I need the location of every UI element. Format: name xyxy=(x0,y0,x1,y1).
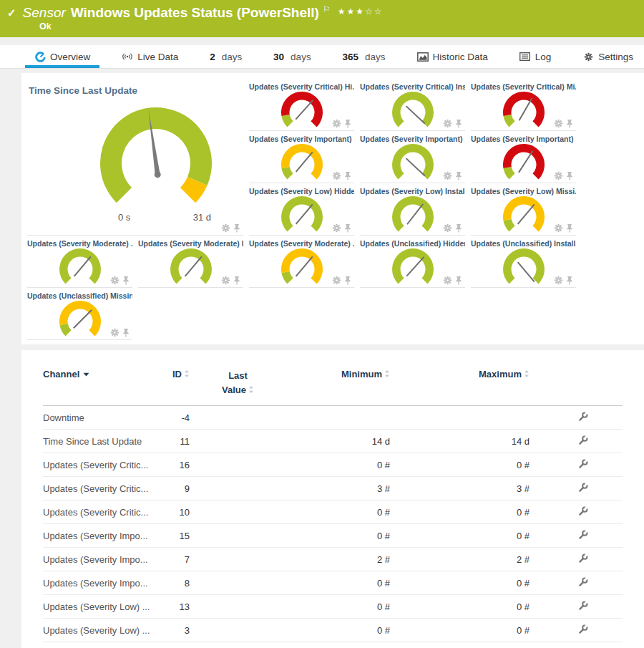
page-title: Windows Updates Status (PowerShell) xyxy=(71,5,319,21)
tab-2-days[interactable]: 2 days xyxy=(208,45,244,68)
channel-name[interactable]: Updates (Severity Impo... xyxy=(43,548,165,571)
column-header-channel[interactable]: Channel xyxy=(43,369,165,406)
gear-icon[interactable] xyxy=(443,223,452,233)
channel-id: 10 xyxy=(165,500,204,524)
channel-settings-wrench-icon[interactable] xyxy=(577,624,589,635)
gear-icon[interactable] xyxy=(332,171,341,180)
channel-id: 11 xyxy=(165,430,204,453)
pin-icon[interactable] xyxy=(344,171,351,180)
pin-icon[interactable] xyxy=(122,328,130,337)
gear-icon[interactable] xyxy=(554,223,563,233)
gauge-title: Updates (Unclassified) Hidden xyxy=(360,239,465,248)
gauge-title: Updates (Severity Critical) Ins... xyxy=(360,82,465,91)
channel-name[interactable]: Updates (Severity Low) ... xyxy=(43,595,165,619)
pin-icon[interactable] xyxy=(566,276,573,285)
channel-maximum: 14 d xyxy=(404,430,544,453)
channel-name[interactable]: Updates (Severity Low) ... xyxy=(43,619,165,642)
pin-icon[interactable] xyxy=(344,276,351,285)
gear-icon[interactable] xyxy=(443,171,452,180)
channel-settings-wrench-icon[interactable] xyxy=(577,506,589,517)
column-header-last-value[interactable]: Last Value xyxy=(204,369,272,406)
column-label: ID xyxy=(172,369,182,379)
tab-log[interactable]: Log xyxy=(517,45,554,68)
pin-icon[interactable] xyxy=(455,171,462,180)
tab-30-days[interactable]: 30 days xyxy=(271,45,313,68)
column-label: Last Value xyxy=(222,370,248,395)
channel-settings-wrench-icon[interactable] xyxy=(577,482,589,493)
pin-icon[interactable] xyxy=(566,223,573,233)
gear-icon[interactable] xyxy=(443,119,452,128)
time-since-last-update-gauge[interactable] xyxy=(95,105,217,209)
pin-icon[interactable] xyxy=(455,276,462,285)
pin-icon[interactable] xyxy=(566,119,573,128)
column-header-id[interactable]: ID xyxy=(165,369,204,406)
gear-icon[interactable] xyxy=(110,328,119,337)
gauge-title: Updates (Severity Low) Missi... xyxy=(471,187,576,195)
tab-label: days xyxy=(365,52,386,62)
pin-icon[interactable] xyxy=(122,276,130,285)
pin-icon[interactable] xyxy=(566,171,573,180)
channel-settings-wrench-icon[interactable] xyxy=(577,435,589,446)
priority-stars[interactable]: ★★★☆☆ xyxy=(338,6,384,16)
pin-icon[interactable] xyxy=(455,119,462,128)
channel-id: 7 xyxy=(165,548,204,571)
tab-number: 365 xyxy=(343,52,359,62)
gear-icon[interactable] xyxy=(221,223,230,233)
channel-settings-wrench-icon[interactable] xyxy=(577,458,589,470)
gear-icon[interactable] xyxy=(554,171,563,180)
channel-name[interactable]: Updates (Severity Impo... xyxy=(43,524,165,548)
channel-settings-wrench-icon[interactable] xyxy=(577,529,589,541)
pin-icon[interactable] xyxy=(344,223,351,233)
channel-name[interactable]: Updates (Severity Critic... xyxy=(43,453,165,477)
channel-name[interactable]: Downtime xyxy=(43,406,165,430)
gear-icon[interactable] xyxy=(554,276,563,285)
gear-icon[interactable] xyxy=(110,276,119,285)
channel-settings-wrench-icon[interactable] xyxy=(577,411,589,422)
tab-number: 2 xyxy=(210,52,215,62)
channel-table-panel: Channel ID Last Value Minimum Maximum xyxy=(21,350,644,648)
gauge-title: Updates (Severity Moderate) ... xyxy=(27,239,132,248)
channel-settings-wrench-icon[interactable] xyxy=(577,600,589,611)
channel-last-value xyxy=(204,548,272,571)
channel-last-value xyxy=(204,619,272,642)
gauge-card: Updates (Unclassified) Hidden xyxy=(360,236,465,288)
gear-icon[interactable] xyxy=(332,223,341,233)
column-header-minimum[interactable]: Minimum xyxy=(272,369,404,406)
sort-icon xyxy=(524,369,530,380)
gear-icon[interactable] xyxy=(443,276,452,285)
channel-last-value xyxy=(204,500,272,524)
sort-icon xyxy=(184,369,190,380)
historic-chart-icon xyxy=(417,52,429,62)
channel-minimum: 0 # xyxy=(272,571,404,595)
channel-minimum: 0 # xyxy=(272,500,404,524)
gear-icon[interactable] xyxy=(554,119,563,128)
tab-historic-data[interactable]: Historic Data xyxy=(415,45,490,68)
gear-icon[interactable] xyxy=(332,276,341,285)
channel-settings-wrench-icon[interactable] xyxy=(577,576,589,588)
pin-icon[interactable] xyxy=(455,223,462,233)
gear-icon[interactable] xyxy=(221,276,230,285)
tab-overview[interactable]: Overview xyxy=(32,45,92,68)
tab-live-data[interactable]: Live Data xyxy=(119,45,180,68)
column-header-maximum[interactable]: Maximum xyxy=(404,369,544,406)
pin-icon[interactable] xyxy=(233,223,240,233)
gauge-card: Updates (Severity Critical) Ins... xyxy=(360,79,465,131)
pin-icon[interactable] xyxy=(233,276,240,285)
channel-maximum: 0 # xyxy=(404,619,544,642)
column-label: Channel xyxy=(43,369,79,379)
channel-name[interactable]: Updates (Severity Impo... xyxy=(43,571,165,595)
gauge-title: Updates (Severity Critical) Hi... xyxy=(249,82,354,91)
table-row: Updates (Severity Low) ... 3 0 # 0 # xyxy=(43,619,623,642)
flag-icon: ⚐ xyxy=(323,4,331,14)
channel-name[interactable]: Updates (Severity Critic... xyxy=(43,477,165,500)
pin-icon[interactable] xyxy=(344,119,351,128)
channel-settings-wrench-icon[interactable] xyxy=(577,553,589,564)
channel-name[interactable]: Updates (Severity Critic... xyxy=(43,500,165,524)
channel-table-body: Downtime -4 Time Since Last Update 11 14… xyxy=(43,406,623,648)
tab-settings[interactable]: Settings xyxy=(580,45,635,68)
channel-maximum: 3 # xyxy=(404,477,544,500)
channel-name[interactable]: Updates (Severity Low) ... xyxy=(43,642,165,648)
gear-icon[interactable] xyxy=(332,119,341,128)
tab-365-days[interactable]: 365 days xyxy=(341,45,388,68)
channel-name[interactable]: Time Since Last Update xyxy=(43,430,165,453)
